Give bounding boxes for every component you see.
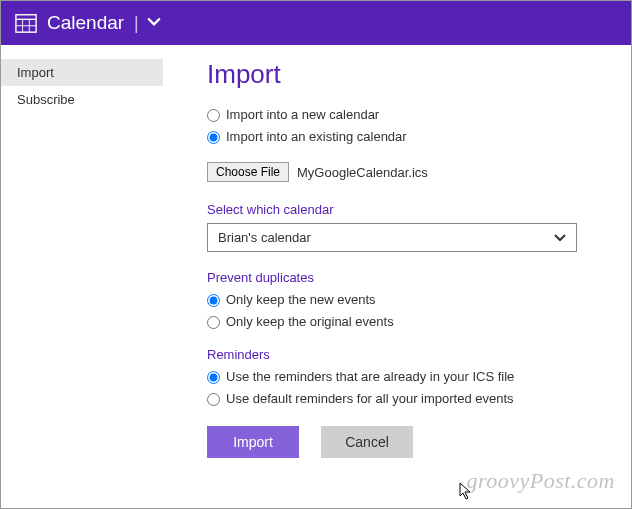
dropdown-value: Brian's calendar [218, 230, 311, 245]
radio-import-existing[interactable]: Import into an existing calendar [207, 128, 605, 146]
radio-rem-ics-input[interactable] [207, 371, 220, 384]
radio-label: Use the reminders that are already in yo… [226, 368, 514, 386]
cancel-button[interactable]: Cancel [321, 426, 413, 458]
select-calendar-title: Select which calendar [207, 202, 605, 217]
reminders-title: Reminders [207, 347, 605, 362]
chevron-down-icon[interactable] [147, 16, 161, 30]
page-title: Import [207, 59, 605, 90]
calendar-icon [15, 12, 37, 34]
svg-rect-0 [16, 15, 36, 32]
duplicates-group: Only keep the new events Only keep the o… [207, 291, 605, 331]
sidebar-item-label: Import [17, 65, 54, 80]
main-panel: Import Import into a new calendar Import… [163, 45, 631, 508]
duplicates-title: Prevent duplicates [207, 270, 605, 285]
radio-rem-default-input[interactable] [207, 393, 220, 406]
radio-import-new-input[interactable] [207, 109, 220, 122]
radio-import-existing-input[interactable] [207, 131, 220, 144]
radio-dup-orig-input[interactable] [207, 316, 220, 329]
reminders-group: Use the reminders that are already in yo… [207, 368, 605, 408]
radio-label: Only keep the new events [226, 291, 376, 309]
chevron-down-icon [554, 232, 566, 244]
sidebar: Import Subscribe [1, 45, 163, 508]
sidebar-item-label: Subscribe [17, 92, 75, 107]
content-body: Import Subscribe Import Import into a ne… [1, 45, 631, 508]
import-button[interactable]: Import [207, 426, 299, 458]
header-divider: | [134, 13, 139, 34]
radio-label: Use default reminders for all your impor… [226, 390, 514, 408]
sidebar-item-import[interactable]: Import [1, 59, 163, 86]
import-mode-group: Import into a new calendar Import into a… [207, 106, 605, 146]
radio-dup-new[interactable]: Only keep the new events [207, 291, 605, 309]
watermark: groovyPost.com [466, 468, 615, 494]
chosen-file-name: MyGoogleCalendar.ics [297, 165, 428, 180]
radio-dup-new-input[interactable] [207, 294, 220, 307]
radio-label: Import into a new calendar [226, 106, 379, 124]
radio-rem-default[interactable]: Use default reminders for all your impor… [207, 390, 605, 408]
radio-import-new[interactable]: Import into a new calendar [207, 106, 605, 124]
button-row: Import Cancel [207, 426, 605, 458]
mouse-cursor-icon [459, 482, 475, 502]
radio-label: Import into an existing calendar [226, 128, 407, 146]
radio-dup-orig[interactable]: Only keep the original events [207, 313, 605, 331]
file-row: Choose File MyGoogleCalendar.ics [207, 162, 605, 182]
radio-rem-ics[interactable]: Use the reminders that are already in yo… [207, 368, 605, 386]
choose-file-button[interactable]: Choose File [207, 162, 289, 182]
radio-label: Only keep the original events [226, 313, 394, 331]
sidebar-item-subscribe[interactable]: Subscribe [1, 86, 163, 113]
app-header: Calendar | [1, 1, 631, 45]
app-title: Calendar [47, 12, 124, 34]
calendar-dropdown[interactable]: Brian's calendar [207, 223, 577, 252]
